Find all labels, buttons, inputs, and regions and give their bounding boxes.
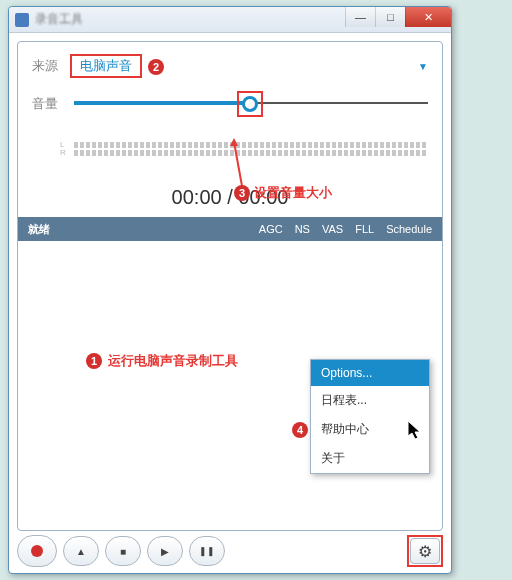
- source-row: 来源 电脑声音 2 ▼: [18, 42, 442, 78]
- eject-button[interactable]: ▲: [63, 536, 99, 566]
- callout-3: 3 设置音量大小: [234, 184, 332, 202]
- level-meter: L R: [74, 142, 428, 160]
- callout-2: 2: [148, 57, 164, 75]
- settings-menu: Options... 日程表... 帮助中心 关于: [310, 359, 430, 474]
- slider-thumb[interactable]: [242, 96, 258, 112]
- status-schedule[interactable]: Schedule: [386, 223, 432, 235]
- play-icon: ▶: [161, 546, 169, 557]
- close-button[interactable]: ✕: [405, 7, 451, 27]
- menu-options[interactable]: Options...: [311, 360, 429, 386]
- source-dropdown[interactable]: 电脑声音: [80, 57, 132, 75]
- stop-icon: ■: [120, 546, 126, 557]
- volume-row: 音量: [18, 78, 442, 114]
- callout-1-text: 运行电脑声音录制工具: [108, 352, 238, 370]
- callout-4-highlight: ⚙: [407, 535, 443, 567]
- pause-icon: ❚❚: [199, 546, 215, 556]
- content-panel: 来源 电脑声音 2 ▼ 音量 L R: [17, 41, 443, 531]
- callout-1-number: 1: [86, 353, 102, 369]
- volume-slider[interactable]: [74, 94, 428, 114]
- record-button[interactable]: [17, 535, 57, 567]
- level-ticks-left: [74, 142, 428, 148]
- level-ticks-right: [74, 150, 428, 156]
- status-fll[interactable]: FLL: [355, 223, 374, 235]
- callout-3-text: 设置音量大小: [254, 184, 332, 202]
- gear-icon: ⚙: [418, 542, 432, 561]
- settings-wrap: ⚙: [407, 535, 443, 567]
- status-ready: 就绪: [28, 222, 50, 237]
- svg-line-0: [234, 142, 242, 186]
- menu-about[interactable]: 关于: [311, 444, 429, 473]
- record-icon: [31, 545, 43, 557]
- menu-help[interactable]: 帮助中心: [311, 415, 429, 444]
- status-ns[interactable]: NS: [295, 223, 310, 235]
- callout-3-highlight: [237, 91, 263, 117]
- app-window: 录音工具 — □ ✕ 来源 电脑声音 2 ▼ 音量: [8, 6, 452, 574]
- channel-right-label: R: [60, 149, 66, 157]
- volume-label: 音量: [32, 95, 70, 113]
- transport-controls: ▲ ■ ▶ ❚❚ ⚙: [17, 533, 443, 569]
- maximize-button[interactable]: □: [375, 7, 405, 27]
- status-bar: 就绪 AGC NS VAS FLL Schedule: [18, 217, 442, 241]
- svg-marker-1: [230, 138, 238, 146]
- callout-2-number: 2: [148, 59, 164, 75]
- settings-button[interactable]: ⚙: [410, 538, 440, 564]
- eject-icon: ▲: [76, 546, 86, 557]
- menu-schedule[interactable]: 日程表...: [311, 386, 429, 415]
- dropdown-arrow-icon[interactable]: ▼: [418, 61, 428, 72]
- callout-4: 4: [292, 420, 308, 438]
- slider-fill: [74, 101, 244, 105]
- source-label: 来源: [32, 57, 70, 75]
- play-button[interactable]: ▶: [147, 536, 183, 566]
- status-agc[interactable]: AGC: [259, 223, 283, 235]
- status-toggles: AGC NS VAS FLL Schedule: [259, 223, 432, 235]
- window-title: 录音工具: [35, 11, 83, 28]
- window-buttons: — □ ✕: [345, 7, 451, 27]
- callout-2-highlight: 电脑声音: [70, 54, 142, 78]
- callout-3-number: 3: [234, 185, 250, 201]
- callout-3-arrow: [232, 138, 234, 186]
- titlebar[interactable]: 录音工具 — □ ✕: [9, 7, 451, 33]
- app-icon: [15, 13, 29, 27]
- pause-button[interactable]: ❚❚: [189, 536, 225, 566]
- callout-4-number: 4: [292, 422, 308, 438]
- status-vas[interactable]: VAS: [322, 223, 343, 235]
- minimize-button[interactable]: —: [345, 7, 375, 27]
- callout-1: 1 运行电脑声音录制工具: [86, 352, 238, 370]
- stop-button[interactable]: ■: [105, 536, 141, 566]
